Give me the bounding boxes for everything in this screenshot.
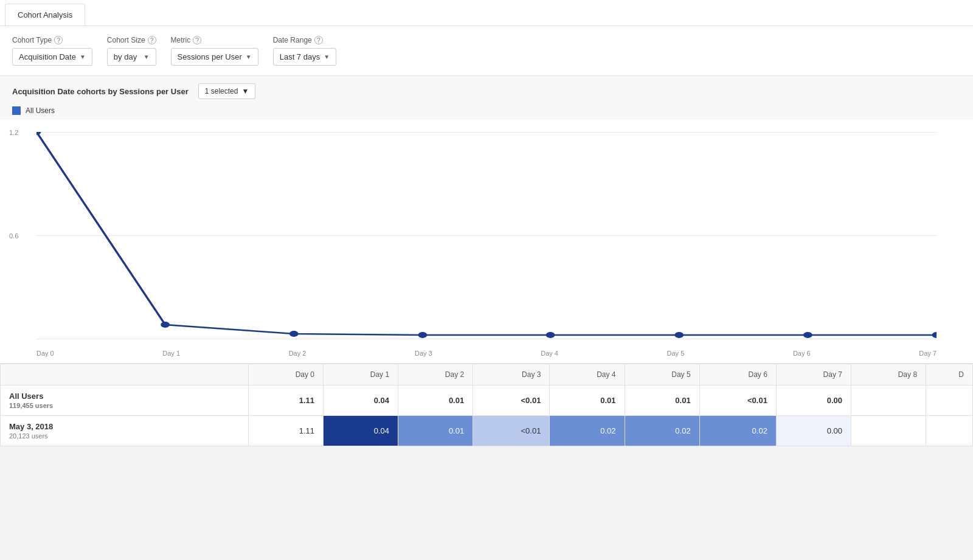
table-cell-may3-label: May 3, 2018 20,123 users (1, 416, 249, 446)
chart-dot-day5 (674, 332, 684, 338)
cohort-size-dropdown[interactable]: by day ▼ (107, 48, 156, 66)
chart-legend: All Users (12, 106, 961, 115)
table-header-row: Day 0 Day 1 Day 2 Day 3 Day 4 Day 5 Day … (1, 364, 973, 385)
x-label-day2: Day 2 (289, 350, 306, 357)
table-cell-may3-sub: 20,123 users (9, 432, 240, 440)
chart-dot-day6 (803, 332, 812, 338)
chart-inner: 1.2 0.6 (36, 132, 937, 339)
tab-cohort-analysis[interactable]: Cohort Analysis (5, 4, 85, 26)
table-cell-all-users-day5: 0.01 (625, 385, 699, 416)
table-cell-may3-name: May 3, 2018 (9, 422, 240, 431)
y-label-top: 1.2 (9, 129, 18, 136)
cohort-type-arrow-icon: ▼ (80, 54, 86, 60)
x-label-day7: Day 7 (919, 350, 937, 357)
chart-dot-day2 (289, 331, 299, 337)
cohort-size-help-icon[interactable]: ? (148, 36, 156, 44)
table-cell-all-users-day3: <0.01 (473, 385, 550, 416)
chart-header: Acquisition Date cohorts by Sessions per… (12, 83, 961, 99)
table-cell-all-users-day0: 1.11 (248, 385, 323, 416)
table-header-day8: Day 8 (851, 364, 926, 385)
cohort-size-label: Cohort Size ? (107, 36, 156, 44)
legend-color-icon (12, 106, 21, 115)
table-header-row-label (1, 364, 249, 385)
controls-bar: Cohort Type ? Acquisition Date ▼ Cohort … (0, 26, 973, 76)
table-cell-all-users-day6: <0.01 (699, 385, 776, 416)
table-cell-all-users-day7: 0.00 (776, 385, 851, 416)
metric-arrow-icon: ▼ (246, 54, 252, 60)
date-range-dropdown[interactable]: Last 7 days ▼ (273, 48, 336, 66)
chart-title: Acquisition Date cohorts by Sessions per… (12, 87, 189, 96)
y-label-mid: 0.6 (9, 232, 18, 240)
data-table-section: Day 0 Day 1 Day 2 Day 3 Day 4 Day 5 Day … (0, 364, 973, 446)
line-chart-polyline (36, 132, 937, 335)
x-label-day3: Day 3 (415, 350, 432, 357)
table-cell-may3-day3: <0.01 (473, 416, 550, 446)
x-label-day1: Day 1 (162, 350, 180, 357)
date-range-group: Date Range ? Last 7 days ▼ (273, 36, 336, 66)
chart-dot-day0 (36, 132, 41, 135)
metric-group: Metric ? Sessions per User ▼ (171, 36, 258, 66)
table-header-day5: Day 5 (625, 364, 699, 385)
table-row-may3: May 3, 2018 20,123 users 1.11 0.04 0.01 … (1, 416, 973, 446)
grid-line-bottom (36, 339, 937, 339)
table-cell-all-users-day1: 0.04 (324, 385, 398, 416)
chart-dot-day4 (546, 332, 555, 338)
cohort-type-label: Cohort Type ? (12, 36, 92, 44)
table-header-day-more: D (926, 364, 973, 385)
table-header-day4: Day 4 (550, 364, 625, 385)
table-header-day2: Day 2 (398, 364, 473, 385)
cohort-type-help-icon[interactable]: ? (54, 36, 63, 44)
table-cell-all-users-label: All Users 119,455 users (1, 385, 249, 416)
x-label-day6: Day 6 (793, 350, 811, 357)
legend-label: All Users (26, 106, 55, 115)
x-label-day4: Day 4 (541, 350, 558, 357)
table-cell-may3-day0: 1.11 (248, 416, 323, 446)
date-range-label: Date Range ? (273, 36, 336, 44)
selected-arrow-icon: ▼ (241, 87, 249, 95)
date-range-arrow-icon: ▼ (324, 54, 330, 60)
cohort-type-group: Cohort Type ? Acquisition Date ▼ (12, 36, 92, 66)
table-cell-all-users-day4: 0.01 (550, 385, 625, 416)
table-cell-all-users-daymore (926, 385, 973, 416)
table-header-day0: Day 0 (248, 364, 323, 385)
table-cell-all-users-sub: 119,455 users (9, 402, 240, 409)
table-header-day7: Day 7 (776, 364, 851, 385)
table-row-all-users: All Users 119,455 users 1.11 0.04 0.01 <… (1, 385, 973, 416)
table-cell-may3-day5: 0.02 (625, 416, 699, 446)
cohort-type-dropdown[interactable]: Acquisition Date ▼ (12, 48, 92, 66)
x-axis-labels: Day 0 Day 1 Day 2 Day 3 Day 4 Day 5 Day … (36, 350, 937, 357)
chart-section: Acquisition Date cohorts by Sessions per… (0, 76, 973, 364)
selected-dropdown[interactable]: 1 selected ▼ (198, 83, 256, 99)
table-cell-all-users-day8 (851, 385, 926, 416)
chart-dot-day1 (161, 322, 170, 328)
table-cell-may3-daymore (926, 416, 973, 446)
cohort-size-group: Cohort Size ? by day ▼ (107, 36, 156, 66)
table-cell-may3-day4: 0.02 (550, 416, 625, 446)
metric-label: Metric ? (171, 36, 258, 44)
tab-bar: Cohort Analysis (0, 0, 973, 26)
table-header-day1: Day 1 (324, 364, 398, 385)
chart-dot-day3 (418, 332, 428, 338)
date-range-help-icon[interactable]: ? (314, 36, 323, 44)
x-label-day5: Day 5 (667, 350, 685, 357)
table-header-day6: Day 6 (699, 364, 776, 385)
metric-help-icon[interactable]: ? (193, 36, 201, 44)
table-cell-all-users-day2: 0.01 (398, 385, 473, 416)
cohort-size-arrow-icon: ▼ (144, 54, 150, 60)
table-header-day3: Day 3 (473, 364, 550, 385)
table-cell-may3-day1: 0.04 (324, 416, 398, 446)
data-table: Day 0 Day 1 Day 2 Day 3 Day 4 Day 5 Day … (0, 364, 973, 446)
table-cell-may3-day2: 0.01 (398, 416, 473, 446)
table-cell-may3-day6: 0.02 (699, 416, 776, 446)
chart-area: 1.2 0.6 (0, 120, 973, 363)
table-cell-may3-day8 (851, 416, 926, 446)
x-label-day0: Day 0 (36, 350, 54, 357)
metric-dropdown[interactable]: Sessions per User ▼ (171, 48, 258, 66)
chart-dot-day7 (932, 332, 937, 338)
table-cell-may3-day7: 0.00 (776, 416, 851, 446)
table-cell-all-users-name: All Users (9, 392, 240, 401)
line-chart-svg (36, 132, 937, 339)
